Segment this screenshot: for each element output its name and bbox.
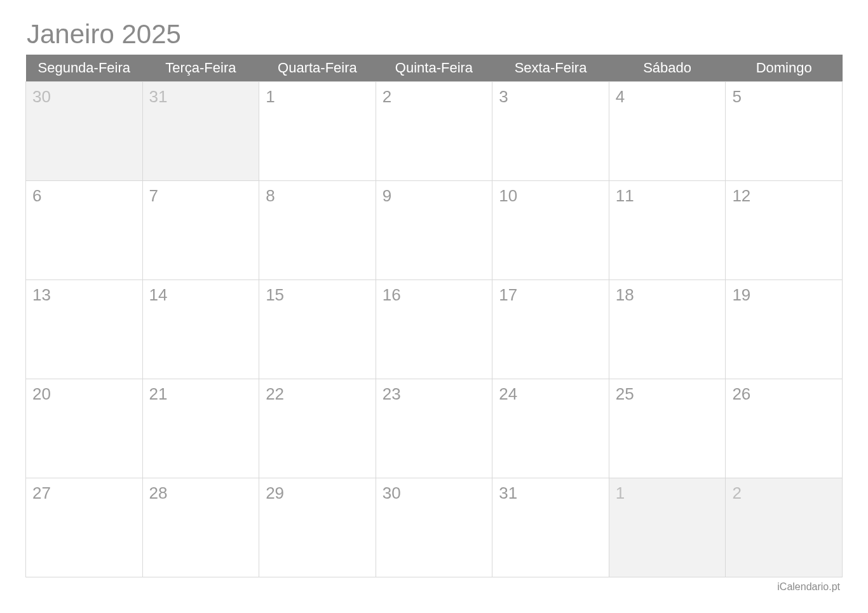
day-cell: 7 xyxy=(142,181,259,280)
day-cell: 13 xyxy=(26,280,143,379)
weekday-header: Quinta-Feira xyxy=(376,55,492,82)
day-cell: 14 xyxy=(142,280,259,379)
day-cell: 10 xyxy=(492,181,609,280)
day-cell: 29 xyxy=(259,478,376,577)
day-cell: 30 xyxy=(376,478,492,577)
day-cell: 27 xyxy=(26,478,143,577)
weekday-header: Sábado xyxy=(609,55,726,82)
day-cell: 21 xyxy=(142,379,259,478)
day-cell: 22 xyxy=(259,379,376,478)
weekday-header: Segunda-Feira xyxy=(26,55,143,82)
day-cell: 28 xyxy=(142,478,259,577)
day-cell: 20 xyxy=(26,379,143,478)
day-cell: 9 xyxy=(376,181,492,280)
weekday-header: Sexta-Feira xyxy=(492,55,609,82)
week-row: 6 7 8 9 10 11 12 xyxy=(26,181,843,280)
weekday-header: Quarta-Feira xyxy=(259,55,376,82)
day-cell: 16 xyxy=(376,280,492,379)
day-cell: 17 xyxy=(492,280,609,379)
week-row: 13 14 15 16 17 18 19 xyxy=(26,280,843,379)
week-row: 30 31 1 2 3 4 5 xyxy=(26,82,843,181)
day-cell: 2 xyxy=(726,478,843,577)
day-cell: 31 xyxy=(492,478,609,577)
day-cell: 1 xyxy=(259,82,376,181)
day-cell: 26 xyxy=(726,379,843,478)
day-cell: 3 xyxy=(492,82,609,181)
day-cell: 18 xyxy=(609,280,726,379)
calendar-table: Segunda-Feira Terça-Feira Quarta-Feira Q… xyxy=(25,55,843,577)
day-cell: 19 xyxy=(726,280,843,379)
day-cell: 6 xyxy=(26,181,143,280)
weekday-header: Domingo xyxy=(726,55,843,82)
weekday-header-row: Segunda-Feira Terça-Feira Quarta-Feira Q… xyxy=(26,55,843,82)
day-cell: 31 xyxy=(142,82,259,181)
week-row: 27 28 29 30 31 1 2 xyxy=(26,478,843,577)
calendar-body: 30 31 1 2 3 4 5 6 7 8 9 10 11 12 13 14 1… xyxy=(26,82,843,577)
day-cell: 2 xyxy=(376,82,492,181)
day-cell: 8 xyxy=(259,181,376,280)
day-cell: 24 xyxy=(492,379,609,478)
day-cell: 5 xyxy=(726,82,843,181)
weekday-header: Terça-Feira xyxy=(142,55,259,82)
day-cell: 15 xyxy=(259,280,376,379)
day-cell: 12 xyxy=(726,181,843,280)
day-cell: 11 xyxy=(609,181,726,280)
calendar-title: Janeiro 2025 xyxy=(25,19,843,50)
week-row: 20 21 22 23 24 25 26 xyxy=(26,379,843,478)
day-cell: 23 xyxy=(376,379,492,478)
day-cell: 1 xyxy=(609,478,726,577)
day-cell: 25 xyxy=(609,379,726,478)
footer-attribution: iCalendario.pt xyxy=(25,581,843,593)
day-cell: 4 xyxy=(609,82,726,181)
day-cell: 30 xyxy=(26,82,143,181)
